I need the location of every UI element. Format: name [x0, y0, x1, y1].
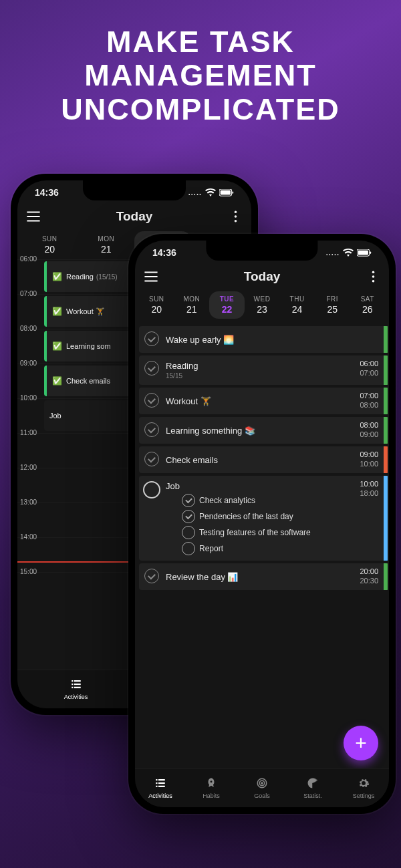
task-times: 07:0008:00 — [360, 392, 378, 410]
task-item[interactable]: Job10:0018:00Check analyticsPendencies o… — [139, 476, 388, 561]
svg-rect-14 — [74, 687, 81, 688]
subtask-toggle[interactable] — [182, 526, 195, 539]
nav-tab-statist.[interactable]: Statist. — [287, 769, 338, 807]
complete-toggle[interactable] — [143, 481, 160, 498]
add-task-fab[interactable]: + — [344, 726, 378, 760]
task-list[interactable]: Wake up early 🌅Reading15/1506:0007:00Wor… — [139, 323, 388, 767]
day-MON[interactable]: MON21 — [78, 231, 135, 259]
rocket-icon — [205, 777, 217, 790]
subtask-item[interactable]: Check analytics — [182, 494, 350, 507]
nav-label: Statist. — [303, 792, 322, 799]
nav-tab-activities[interactable]: Activities — [135, 769, 186, 807]
block-title: Check emails — [66, 377, 110, 385]
subtask-toggle[interactable] — [182, 510, 195, 523]
day-label: FRI — [315, 295, 350, 303]
marketing-hero: MAKE TASK MANAGEMENT UNCOMPLICATED — [0, 25, 401, 126]
day-label: SUN — [21, 235, 78, 243]
svg-rect-13 — [74, 684, 81, 685]
day-SUN[interactable]: SUN20 — [21, 231, 78, 259]
nav-label: Habits — [203, 792, 220, 799]
category-stripe — [384, 355, 388, 385]
task-title: Review the day 📊 — [166, 572, 350, 582]
day-THU[interactable]: THU24 — [279, 291, 315, 319]
status-time: 14:36 — [152, 247, 176, 258]
headline-line-3: UNCOMPLICATED — [61, 92, 340, 126]
block-title: Job — [49, 412, 61, 420]
svg-rect-12 — [74, 680, 81, 682]
check-icon: ✅ — [52, 341, 62, 351]
category-stripe — [384, 326, 388, 353]
task-title: Workout 🏋️ — [166, 396, 350, 406]
svg-rect-17 — [370, 251, 371, 253]
task-times: 20:0020:30 — [360, 567, 378, 586]
task-item[interactable]: Workout 🏋️07:0008:00 — [139, 388, 388, 414]
nav-tab-goals[interactable]: Goals — [237, 769, 287, 807]
task-title: Reading — [166, 361, 350, 371]
svg-point-22 — [372, 275, 374, 278]
day-FRI[interactable]: FRI25 — [315, 291, 350, 319]
nav-tab-activities[interactable]: Activities — [17, 670, 134, 708]
status-time: 14:36 — [35, 187, 59, 198]
day-label: WED — [245, 295, 280, 303]
svg-rect-11 — [72, 687, 73, 688]
signal-dots: ..... — [326, 249, 340, 257]
day-SUN[interactable]: SUN20 — [139, 291, 174, 319]
svg-rect-27 — [158, 779, 165, 780]
day-MON[interactable]: MON21 — [174, 291, 210, 319]
complete-toggle[interactable] — [144, 452, 159, 466]
day-label: MON — [174, 295, 210, 303]
day-number: 20 — [139, 304, 174, 315]
subtask-title: Report — [199, 544, 223, 553]
task-item[interactable]: Check emails09:0010:00 — [139, 446, 388, 473]
task-item[interactable]: Reading15/1506:0007:00 — [139, 355, 388, 385]
svg-rect-29 — [158, 786, 165, 787]
task-times: 06:0007:00 — [360, 359, 378, 378]
task-item[interactable]: Learning something 📚08:0009:00 — [139, 417, 388, 444]
day-label: TUE — [209, 295, 245, 303]
svg-rect-1 — [221, 190, 231, 194]
nav-label: Goals — [254, 792, 270, 799]
pie-icon — [307, 777, 319, 790]
device-notch — [83, 180, 186, 200]
day-SAT[interactable]: SAT26 — [350, 291, 385, 319]
category-stripe — [384, 446, 388, 473]
subtask-title: Check analytics — [199, 496, 255, 505]
hour-label: 09:00 — [20, 359, 37, 367]
svg-point-23 — [372, 280, 374, 283]
day-TUE[interactable]: TUE22 — [209, 291, 245, 319]
complete-toggle[interactable] — [144, 569, 159, 583]
nav-tab-habits[interactable]: Habits — [186, 769, 237, 807]
more-button[interactable] — [365, 269, 381, 285]
hour-label: 15:00 — [20, 568, 37, 575]
task-subtitle: 15/15 — [166, 372, 350, 380]
menu-button[interactable] — [25, 208, 41, 225]
svg-point-6 — [234, 210, 237, 213]
subtask-item[interactable]: Pendencies of the last day — [182, 510, 350, 523]
subtask-toggle[interactable] — [182, 494, 195, 507]
day-WED[interactable]: WED23 — [245, 291, 280, 319]
menu-button[interactable] — [143, 269, 159, 285]
subtask-toggle[interactable] — [182, 542, 195, 555]
nav-tab-settings[interactable]: Settings — [338, 769, 389, 807]
task-item[interactable]: Wake up early 🌅 — [139, 326, 388, 353]
svg-point-32 — [261, 782, 263, 784]
day-number: 26 — [350, 304, 385, 315]
subtask-item[interactable]: Testing features of the software — [182, 526, 350, 539]
day-number: 21 — [174, 304, 210, 315]
headline-line-2: MANAGEMENT — [84, 58, 316, 92]
week-strip[interactable]: SUN20MON21TUE22WED23THU24FRI25SAT26 — [135, 289, 389, 324]
target-icon — [256, 777, 268, 790]
complete-toggle[interactable] — [144, 331, 159, 346]
hour-label: 12:00 — [20, 464, 37, 471]
task-item[interactable]: Review the day 📊20:0020:30 — [139, 563, 388, 590]
nav-label: Settings — [353, 792, 375, 799]
complete-toggle[interactable] — [144, 393, 159, 408]
complete-toggle[interactable] — [144, 422, 159, 437]
svg-point-8 — [234, 220, 237, 223]
category-stripe — [384, 476, 388, 561]
subtask-item[interactable]: Report — [182, 542, 350, 555]
task-title: Job — [166, 481, 350, 491]
complete-toggle[interactable] — [144, 361, 159, 376]
more-button[interactable] — [227, 208, 243, 225]
bottom-nav: ActivitiesHabitsGoalsStatist.Settings — [135, 768, 389, 807]
